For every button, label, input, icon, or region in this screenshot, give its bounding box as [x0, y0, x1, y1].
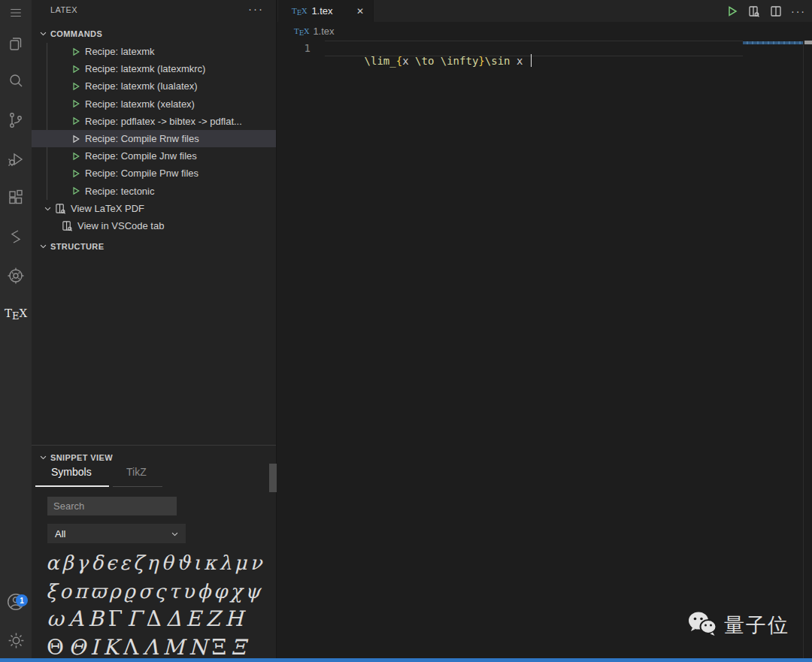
symbol-button[interactable]: ϕ	[195, 581, 212, 603]
tex-file-icon: TEX	[292, 7, 307, 15]
more-actions-icon[interactable]: ···	[791, 5, 806, 17]
sidebar-title: LATEX	[50, 5, 77, 14]
symbol-button[interactable]: Γ	[125, 608, 144, 631]
run-debug-icon[interactable]	[0, 144, 32, 175]
minimap-border	[803, 41, 804, 658]
symbol-button[interactable]: ο	[58, 581, 73, 603]
symbol-button[interactable]: ρ	[108, 581, 122, 603]
symbol-button[interactable]: ε	[118, 552, 131, 574]
source-control-icon[interactable]	[0, 104, 32, 136]
symbol-button[interactable]: τ	[167, 581, 180, 603]
recipe-item[interactable]: Recipe: Compile Rnw files	[32, 130, 276, 147]
symbol-button[interactable]: ϖ	[89, 581, 108, 603]
breadcrumb[interactable]: TEX 1.tex	[277, 22, 812, 41]
symbol-button[interactable]: π	[73, 581, 89, 603]
latex-sidebar: LATEX ··· COMMANDS Recipe: latexmkRecipe…	[32, 0, 277, 658]
settings-gear-icon[interactable]	[0, 624, 32, 656]
symbol-button[interactable]: β	[61, 552, 75, 574]
symbol-button[interactable]: Λ	[141, 636, 160, 660]
symbol-button[interactable]: K	[101, 636, 121, 660]
symbol-search-input[interactable]	[47, 497, 177, 515]
symbol-button[interactable]: E	[183, 608, 203, 631]
symbol-button[interactable]: I	[88, 636, 101, 660]
extensions-icon[interactable]	[0, 182, 32, 213]
recipe-item[interactable]: Recipe: latexmk (lualatex)	[32, 77, 276, 95]
symbol-button[interactable]: ω	[44, 608, 66, 631]
recipe-item[interactable]: Recipe: latexmk	[32, 43, 276, 60]
sidebar-more-icon[interactable]: ···	[248, 2, 264, 15]
bug-target-icon[interactable]	[0, 260, 32, 292]
snippet-view-section-header[interactable]: SNIPPET VIEW	[32, 449, 276, 466]
symbol-button[interactable]: η	[145, 552, 160, 574]
symbol-button[interactable]: χ	[229, 581, 244, 603]
tab-1tex[interactable]: TEX 1.tex ✕	[278, 0, 374, 22]
tab-tikz[interactable]: TikZ	[126, 466, 147, 478]
symbol-button[interactable]: δ	[89, 552, 105, 574]
symbol-button[interactable]: Ξ	[229, 636, 248, 660]
symbol-button[interactable]: B	[86, 608, 106, 631]
latex-workshop-icon[interactable]: TEX	[0, 298, 32, 329]
recipe-item[interactable]: Recipe: pdflatex -> bibtex -> pdflat...	[32, 113, 276, 130]
symbol-button[interactable]: ζ	[132, 552, 145, 574]
symbol-button[interactable]: Δ	[144, 608, 164, 631]
code-token: {	[396, 55, 402, 67]
menu-icon[interactable]	[0, 0, 32, 29]
symbol-button[interactable]: Δ	[164, 608, 183, 631]
recipe-item[interactable]: Recipe: Compile Pnw files	[32, 165, 276, 182]
overview-ruler-cursor-mark[interactable]	[804, 41, 812, 44]
recipe-item[interactable]: Recipe: latexmk (xelatex)	[32, 95, 276, 113]
split-editor-icon[interactable]	[769, 5, 782, 17]
symbol-button[interactable]: ϱ	[123, 581, 137, 603]
commands-section-header[interactable]: COMMANDS	[32, 25, 276, 42]
symbol-button[interactable]: κ	[202, 552, 217, 574]
symbol-button[interactable]: Λ	[121, 636, 141, 660]
code-editor[interactable]: 1 \lim_{x \to \infty}\sin x	[277, 41, 812, 658]
view-latex-pdf-icon[interactable]	[747, 5, 760, 17]
symbol-button[interactable]: μ	[233, 552, 249, 574]
symbol-button[interactable]: Ξ	[210, 636, 229, 660]
search-icon[interactable]	[0, 65, 32, 97]
build-latex-play-icon[interactable]	[726, 5, 738, 17]
close-icon[interactable]: ✕	[356, 6, 364, 17]
tree-item-view-latex-pdf[interactable]: View LaTeX PDF	[32, 200, 276, 217]
symbol-category-dropdown[interactable]: All	[47, 524, 186, 543]
tree-item-view-in-vscode-tab[interactable]: View in VSCode tab	[32, 217, 276, 234]
run-recipe-play-icon	[71, 65, 80, 74]
recipe-item[interactable]: Recipe: latexmk (latexmkrc)	[32, 60, 276, 77]
symbol-button[interactable]: ϵ	[105, 552, 119, 574]
sidebar-scrollbar-thumb[interactable]	[269, 464, 277, 492]
code-angles-icon[interactable]	[0, 221, 32, 252]
symbol-row: ΘΘIKΛΛMNΞΞ	[44, 631, 270, 660]
symbol-button[interactable]: ψ	[244, 581, 262, 603]
symbol-button[interactable]: ϑ	[174, 552, 192, 574]
tab-symbols[interactable]: Symbols	[51, 466, 92, 478]
symbol-button[interactable]: Γ	[106, 608, 125, 631]
symbol-button[interactable]: Z	[203, 608, 222, 631]
symbol-button[interactable]: ν	[249, 552, 264, 574]
symbol-button[interactable]: ι	[192, 552, 202, 574]
symbol-button[interactable]: α	[44, 552, 61, 574]
account-icon[interactable]: 1	[0, 586, 32, 618]
symbol-button[interactable]: υ	[181, 581, 196, 603]
symbol-button[interactable]: φ	[212, 581, 229, 603]
symbol-button[interactable]: H	[223, 608, 245, 631]
symbol-button[interactable]: γ	[75, 552, 90, 574]
recipe-item[interactable]: Recipe: Compile Jnw files	[32, 147, 276, 165]
symbol-button[interactable]: A	[66, 608, 86, 631]
run-recipe-play-icon	[71, 135, 80, 144]
symbol-button[interactable]: θ	[160, 552, 175, 574]
symbol-button[interactable]: ξ	[44, 581, 58, 603]
symbol-row: ξοπϖρϱσςτυϕφχψ	[44, 574, 270, 603]
tab-tikz-underline	[113, 486, 162, 487]
symbol-button[interactable]: M	[160, 636, 186, 660]
structure-section-header[interactable]: STRUCTURE	[32, 237, 276, 255]
explorer-icon[interactable]	[0, 28, 32, 59]
symbol-button[interactable]: Θ	[66, 636, 88, 660]
symbol-button[interactable]: λ	[217, 552, 232, 574]
code-token: \infty	[441, 55, 479, 67]
symbol-button[interactable]: ς	[153, 581, 168, 603]
symbol-button[interactable]: σ	[137, 581, 153, 603]
symbol-button[interactable]: N	[186, 636, 210, 660]
symbol-button[interactable]: Θ	[44, 636, 66, 660]
recipe-item[interactable]: Recipe: tectonic	[32, 183, 276, 200]
